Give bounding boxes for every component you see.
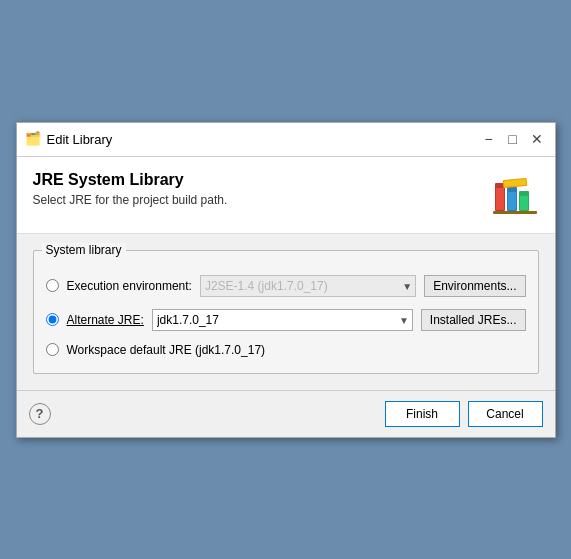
group-label: System library	[42, 243, 126, 257]
alternate-jre-row: Alternate JRE: jdk1.7.0_17 ▼ Installed J…	[46, 309, 526, 331]
dialog-window: 🗂️ Edit Library − □ ✕ JRE System Library…	[16, 122, 556, 438]
svg-rect-2	[496, 184, 504, 188]
window-title: Edit Library	[47, 132, 113, 147]
dialog-title: JRE System Library	[33, 171, 228, 189]
window-icon: 🗂️	[25, 131, 41, 147]
execution-env-label[interactable]: Execution environment:	[67, 279, 192, 293]
help-button[interactable]: ?	[29, 403, 51, 425]
workspace-default-label[interactable]: Workspace default JRE (jdk1.7.0_17)	[67, 343, 266, 357]
execution-env-radio[interactable]	[46, 279, 59, 292]
finish-button[interactable]: Finish	[385, 401, 460, 427]
alternate-jre-select[interactable]: jdk1.7.0_17	[152, 309, 413, 331]
footer-left: ?	[29, 403, 51, 425]
cancel-button[interactable]: Cancel	[468, 401, 543, 427]
maximize-button[interactable]: □	[503, 129, 523, 149]
dialog-body: System library Execution environment: J2…	[17, 234, 555, 390]
svg-rect-11	[493, 211, 537, 214]
environments-button[interactable]: Environments...	[424, 275, 525, 297]
system-library-group: System library Execution environment: J2…	[33, 250, 539, 374]
minimize-button[interactable]: −	[479, 129, 499, 149]
close-button[interactable]: ✕	[527, 129, 547, 149]
footer-buttons: Finish Cancel	[385, 401, 543, 427]
dialog-header: JRE System Library Select JRE for the pr…	[17, 157, 555, 234]
books-icon	[491, 171, 539, 219]
dialog-footer: ? Finish Cancel	[17, 390, 555, 437]
execution-env-combo-wrapper: J2SE-1.4 (jdk1.7.0_17) ▼	[200, 275, 416, 297]
svg-rect-8	[520, 192, 528, 196]
dialog-subtitle: Select JRE for the project build path.	[33, 193, 228, 207]
execution-env-row: Execution environment: J2SE-1.4 (jdk1.7.…	[46, 275, 526, 297]
execution-env-select[interactable]: J2SE-1.4 (jdk1.7.0_17)	[200, 275, 416, 297]
title-bar-controls: − □ ✕	[479, 129, 547, 149]
workspace-default-radio[interactable]	[46, 343, 59, 356]
title-bar-left: 🗂️ Edit Library	[25, 131, 113, 147]
svg-rect-5	[508, 188, 516, 192]
alternate-jre-label[interactable]: Alternate JRE:	[67, 313, 144, 327]
dialog-header-text: JRE System Library Select JRE for the pr…	[33, 171, 228, 207]
installed-jres-button[interactable]: Installed JREs...	[421, 309, 526, 331]
alternate-jre-combo-wrapper: jdk1.7.0_17 ▼	[152, 309, 413, 331]
alternate-jre-radio[interactable]	[46, 313, 59, 326]
title-bar: 🗂️ Edit Library − □ ✕	[17, 123, 555, 157]
workspace-default-row: Workspace default JRE (jdk1.7.0_17)	[46, 343, 526, 357]
